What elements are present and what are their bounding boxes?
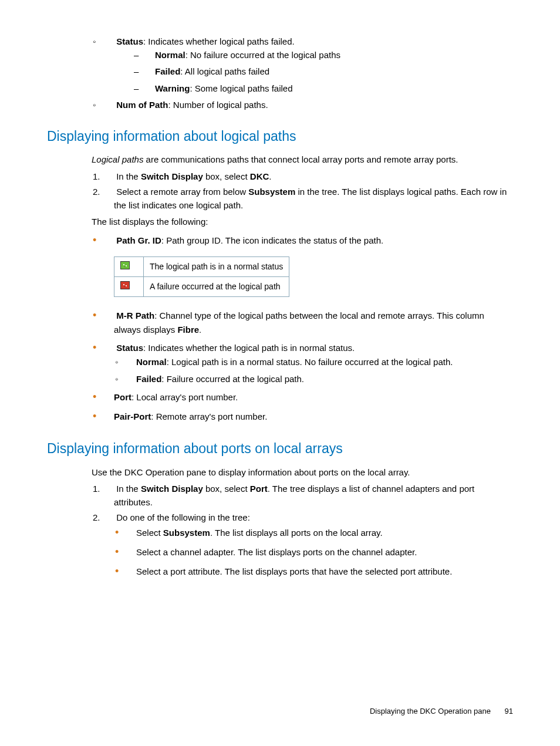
section2-body: Use the DKC Operation pane to display in… [92, 466, 513, 579]
table-row2: A failure occurred at the logical path [144, 276, 289, 296]
numpath-item: Num of Path: Number of logical paths. [114, 99, 513, 112]
section2-heading: Displaying information about ports on lo… [47, 438, 513, 459]
s2-step1: In the Switch Display box, select Port. … [114, 482, 513, 509]
pathgr-item: Path Gr. ID: Path group ID. The icon ind… [114, 232, 513, 248]
s2-step2: Do one of the following in the tree: Sel… [114, 511, 513, 579]
footer-text: Displaying the DKC Operation pane [370, 707, 491, 715]
status-icon-table: The logical path is in a normal status A… [114, 256, 289, 297]
section2-intro: Use the DKC Operation pane to display in… [92, 466, 513, 480]
status2-normal: Normal: Logical path is in a normal stat… [136, 356, 513, 369]
status-failed: Failed: All logical paths failed [155, 65, 513, 79]
pairport-item: Pair-Port: Remote array's port number. [114, 409, 513, 424]
icon-cell-normal [114, 256, 144, 276]
mrpath-item: M-R Path: Channel type of the logical pa… [114, 308, 513, 337]
status2-item: Status: Indicates whether the logical pa… [114, 340, 513, 386]
table-row1: The logical path is in a normal status [144, 256, 289, 276]
s1-step2: Select a remote array from below Subsyst… [114, 185, 513, 212]
s2-sub3: Select a port attribute. The list displa… [136, 563, 513, 579]
page-number: 91 [505, 707, 513, 715]
status-failed-icon [120, 281, 130, 289]
status-warning: Warning: Some logical paths failed [155, 82, 513, 96]
section1-intro: Logical paths are communications paths t… [92, 153, 513, 167]
page-footer: Displaying the DKC Operation pane 91 [370, 706, 513, 717]
s2-sub1: Select Subsystem. The list displays all … [136, 525, 513, 541]
s1-step1: In the Switch Display box, select DKC. [114, 170, 513, 184]
status-text: : Indicates whether logical paths failed… [143, 36, 295, 46]
status-normal: Normal: No failure occurred at the logic… [155, 49, 513, 62]
status2-failed: Failed: Failure occurred at the logical … [136, 373, 513, 386]
status-item: Status: Indicates whether logical paths … [114, 35, 513, 95]
status-normal-icon [120, 261, 130, 269]
top-continuation: Status: Indicates whether logical paths … [92, 35, 513, 112]
s2-sub2: Select a channel adapter. The list displ… [136, 544, 513, 560]
section1-heading: Displaying information about logical pat… [47, 126, 513, 147]
icon-cell-failed [114, 276, 144, 296]
list-intro: The list displays the following: [92, 215, 513, 229]
section1-body: Logical paths are communications paths t… [92, 153, 513, 424]
status-label: Status [116, 36, 143, 46]
port-item: Port: Local array's port number. [114, 389, 513, 405]
